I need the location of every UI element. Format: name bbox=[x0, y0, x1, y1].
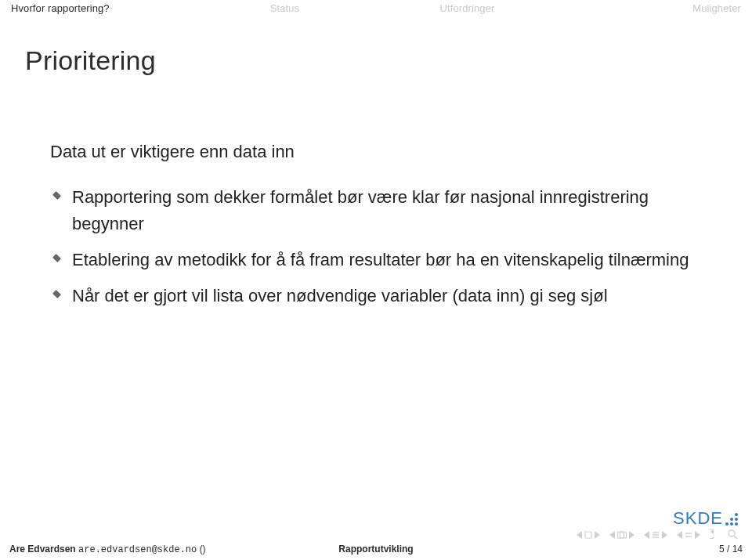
bullet-list: Rapportering som dekker formålet bør vær… bbox=[50, 179, 702, 314]
svg-point-17 bbox=[728, 530, 735, 537]
footer-author-block: Are Edvardsen are.edvardsen@skde.no () bbox=[9, 544, 206, 555]
bullet-text: Etablering av metodikk for å få fram res… bbox=[72, 250, 689, 269]
footer-affiliation: () bbox=[200, 544, 206, 555]
nav-item-utfordringer[interactable]: Utfordringer bbox=[376, 0, 559, 17]
list-item: Når det er gjort vil lista over nødvendi… bbox=[50, 278, 702, 314]
nav-item-status[interactable]: Status bbox=[193, 0, 376, 17]
list-item: Etablering av metodikk for å få fram res… bbox=[50, 242, 702, 278]
slide-body: Data ut er viktigere enn data inn Rappor… bbox=[0, 76, 752, 314]
svg-rect-1 bbox=[585, 532, 591, 538]
page-total: 14 bbox=[732, 544, 743, 555]
logo-text: SKDE bbox=[673, 508, 723, 529]
bullet-icon bbox=[52, 191, 61, 200]
section-nav: Hvorfor rapportering? Status Utfordringe… bbox=[0, 0, 752, 17]
footer-center-text: Rapportutvikling bbox=[338, 544, 413, 555]
bullet-icon bbox=[52, 290, 61, 298]
logo-dots-icon bbox=[725, 511, 738, 526]
list-item: Rapportering som dekker formålet bør vær… bbox=[50, 179, 702, 242]
bullet-text: Rapportering som dekker formålet bør vær… bbox=[72, 187, 649, 233]
footer-title: Rapportutvikling bbox=[338, 544, 413, 555]
nav-item-muligheter[interactable]: Muligheter bbox=[559, 0, 752, 17]
intro-text: Data ut er viktigere enn data inn bbox=[50, 139, 702, 165]
svg-rect-4 bbox=[618, 532, 624, 538]
svg-rect-5 bbox=[620, 532, 627, 538]
page-current: 5 bbox=[719, 544, 725, 555]
bullet-text: Når det er gjort vil lista over nødvendi… bbox=[72, 286, 608, 305]
footer-author: Are Edvardsen bbox=[9, 544, 76, 555]
slide-title: Prioritering bbox=[0, 17, 752, 76]
footer: Are Edvardsen are.edvardsen@skde.no () R… bbox=[0, 538, 752, 560]
nav-item-hvorfor[interactable]: Hvorfor rapportering? bbox=[0, 0, 193, 17]
bullet-icon bbox=[52, 254, 61, 262]
page-sep: / bbox=[725, 544, 732, 555]
logo: SKDE bbox=[673, 508, 738, 529]
footer-email: are.edvardsen@skde.no bbox=[78, 544, 197, 555]
footer-page: 5 / 14 bbox=[719, 544, 743, 555]
